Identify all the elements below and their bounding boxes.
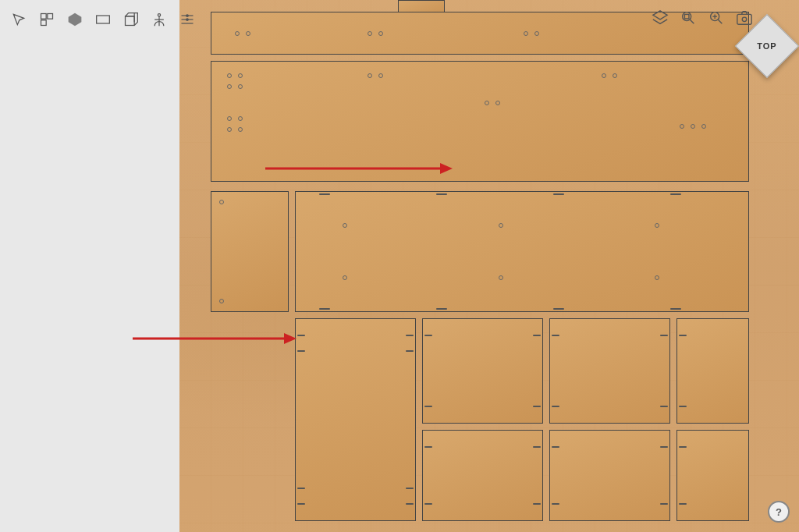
svg-rect-4 xyxy=(97,16,110,23)
svg-point-12 xyxy=(186,19,189,21)
select-tool-icon[interactable] xyxy=(8,9,30,30)
help-button[interactable]: ? xyxy=(768,501,790,523)
zoom-extents-icon[interactable] xyxy=(705,6,728,30)
svg-rect-2 xyxy=(41,20,47,26)
layers-icon[interactable] xyxy=(648,6,672,30)
svg-marker-3 xyxy=(69,13,82,27)
right-toolbar xyxy=(648,6,756,30)
sidebar xyxy=(0,0,179,532)
svg-point-22 xyxy=(742,17,747,22)
lines-tool-icon[interactable] xyxy=(176,9,198,30)
anchor-tool-icon[interactable] xyxy=(148,9,170,30)
box-tool-icon[interactable] xyxy=(120,9,142,30)
svg-rect-1 xyxy=(48,14,53,20)
svg-line-18 xyxy=(718,20,722,23)
svg-point-6 xyxy=(158,14,160,16)
canvas-background xyxy=(179,0,799,532)
svg-point-14 xyxy=(683,12,691,21)
rectangle-tool-icon[interactable] xyxy=(92,9,114,30)
svg-line-15 xyxy=(690,20,694,23)
group-tool-icon[interactable] xyxy=(36,9,58,30)
svg-point-11 xyxy=(186,15,189,17)
solid-tool-icon[interactable] xyxy=(64,9,86,30)
svg-marker-13 xyxy=(653,11,667,20)
svg-rect-5 xyxy=(126,16,135,26)
zoom-window-icon[interactable] xyxy=(676,6,700,30)
compass-widget[interactable]: TOP xyxy=(744,23,790,69)
svg-rect-0 xyxy=(41,14,47,20)
svg-rect-16 xyxy=(684,14,689,19)
compass-label: TOP xyxy=(757,41,776,51)
